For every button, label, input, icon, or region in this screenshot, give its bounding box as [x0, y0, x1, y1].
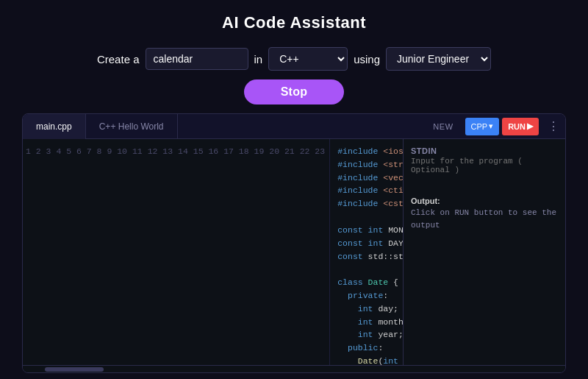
- create-label: Create a: [97, 53, 140, 65]
- stdin-input[interactable]: [411, 157, 558, 186]
- scrollbar-thumb[interactable]: [45, 367, 104, 372]
- cpp-button[interactable]: CPP ▾: [465, 118, 500, 135]
- using-label: using: [354, 53, 380, 65]
- editor-toolbar: main.cpp C++ Hello World NEW CPP ▾ RUN ▶…: [23, 114, 565, 139]
- language-select[interactable]: C++ Python JavaScript Java: [268, 47, 348, 71]
- project-input[interactable]: [146, 48, 248, 70]
- output-panel: STDIN Output: Click on RUN button to see…: [404, 139, 565, 365]
- tab-hello-world[interactable]: C++ Hello World: [86, 114, 178, 139]
- app-title: AI Code Assistant: [0, 13, 588, 32]
- chevron-down-icon: ▾: [489, 121, 493, 131]
- run-button[interactable]: RUN ▶: [502, 118, 539, 135]
- code-content: 1 2 3 4 5 6 7 8 9 10 11 12 13 14 15 16 1…: [23, 139, 403, 365]
- stop-button[interactable]: Stop: [244, 79, 345, 105]
- editor-container: main.cpp C++ Hello World NEW CPP ▾ RUN ▶…: [22, 113, 566, 373]
- tab-main-cpp[interactable]: main.cpp: [23, 114, 86, 139]
- output-label: Output:: [411, 196, 558, 205]
- play-icon: ▶: [527, 121, 533, 131]
- horizontal-scrollbar[interactable]: [23, 365, 565, 372]
- new-button[interactable]: NEW: [424, 114, 462, 139]
- header: AI Code Assistant: [0, 0, 588, 40]
- stdin-label: STDIN: [411, 146, 558, 155]
- code-panel[interactable]: 1 2 3 4 5 6 7 8 9 10 11 12 13 14 15 16 1…: [23, 139, 404, 365]
- more-options-button[interactable]: ⋮: [542, 114, 565, 139]
- code-lines[interactable]: #include <iostream> #include <string> #i…: [330, 139, 404, 365]
- controls-row: Create a in C++ Python JavaScript Java u…: [97, 47, 491, 71]
- level-select[interactable]: Junior Engineer Senior Engineer Expert: [386, 47, 491, 71]
- line-numbers: 1 2 3 4 5 6 7 8 9 10 11 12 13 14 15 16 1…: [23, 139, 330, 365]
- in-label: in: [254, 53, 263, 65]
- output-text: Click on RUN button to see the output: [411, 207, 558, 231]
- editor-body: 1 2 3 4 5 6 7 8 9 10 11 12 13 14 15 16 1…: [23, 139, 565, 365]
